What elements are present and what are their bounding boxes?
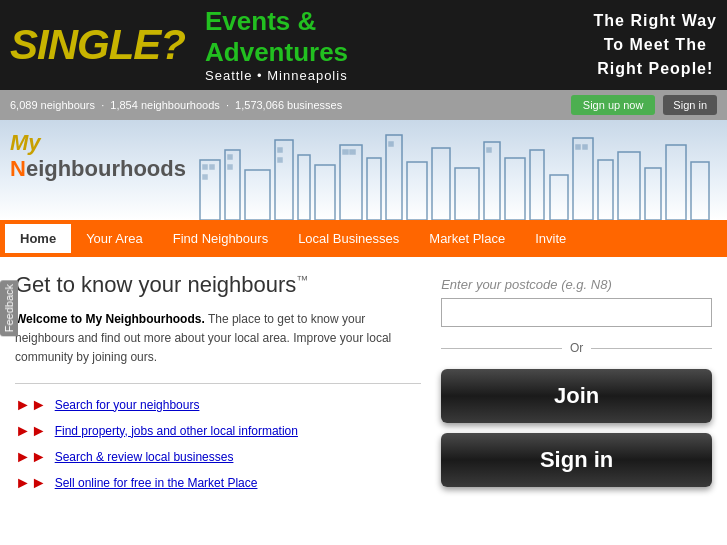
svg-rect-21 bbox=[691, 162, 709, 220]
neighbourhoods-label: neighbourhoods · bbox=[141, 99, 235, 111]
postcode-label-text: Enter your postcode bbox=[441, 277, 557, 292]
content-divider bbox=[15, 383, 421, 384]
ad-events-line1: Events & bbox=[205, 6, 348, 37]
svg-rect-28 bbox=[278, 158, 282, 162]
main-content: Get to know your neighbours™ Welcome to … bbox=[0, 257, 727, 515]
nav-item-invite[interactable]: Invite bbox=[520, 224, 581, 253]
signin-main-button[interactable]: Sign in bbox=[441, 433, 712, 487]
nav-bar: Home Your Area Find Neighbours Local Bus… bbox=[0, 220, 727, 257]
svg-rect-17 bbox=[598, 160, 613, 220]
svg-rect-16 bbox=[573, 138, 593, 220]
nav-home-button[interactable]: Home bbox=[5, 224, 71, 253]
neighbourhoods-count: 1,854 bbox=[110, 99, 138, 111]
svg-rect-32 bbox=[487, 148, 491, 152]
link-search-neighbours[interactable]: Search for your neighbours bbox=[55, 398, 200, 412]
svg-rect-13 bbox=[505, 158, 525, 220]
postcode-label: Enter your postcode (e.g. N8) bbox=[441, 277, 712, 292]
postcode-example: (e.g. N8) bbox=[561, 277, 612, 292]
left-column: Get to know your neighbours™ Welcome to … bbox=[15, 272, 421, 500]
link-market-place[interactable]: Sell online for free in the Market Place bbox=[55, 476, 258, 490]
svg-rect-5 bbox=[315, 165, 335, 220]
businesses-count: 1,573,066 bbox=[235, 99, 284, 111]
skyline-area: My Neighbourhoods bbox=[0, 120, 727, 220]
postcode-input[interactable] bbox=[441, 298, 712, 327]
svg-rect-9 bbox=[407, 162, 427, 220]
nav-item-local-businesses[interactable]: Local Businesses bbox=[283, 224, 414, 253]
ad-banner: SINGLE? Events & Adventures Seattle • Mi… bbox=[0, 0, 727, 90]
ad-single-text: SINGLE? bbox=[10, 21, 185, 69]
svg-rect-11 bbox=[455, 168, 479, 220]
signin-top-button[interactable]: Sign in bbox=[663, 95, 717, 115]
ad-events-line2: Adventures bbox=[205, 37, 348, 68]
feature-links: ►► Search for your neighbours ►► Find pr… bbox=[15, 396, 421, 492]
svg-rect-25 bbox=[228, 155, 232, 159]
or-label: Or bbox=[570, 341, 583, 355]
arrow-icon: ►► bbox=[15, 474, 47, 492]
stats-bar: 6,089 neighbours · 1,854 neighbourhoods … bbox=[0, 90, 727, 120]
arrow-icon: ►► bbox=[15, 396, 47, 414]
right-column: Enter your postcode (e.g. N8) Or Join Si… bbox=[441, 272, 712, 500]
list-item: ►► Sell online for free in the Market Pl… bbox=[15, 474, 421, 492]
svg-rect-12 bbox=[484, 142, 500, 220]
svg-rect-6 bbox=[340, 145, 362, 220]
svg-rect-23 bbox=[210, 165, 214, 169]
svg-rect-7 bbox=[367, 158, 381, 220]
svg-rect-15 bbox=[550, 175, 568, 220]
svg-rect-14 bbox=[530, 150, 544, 220]
page-title-text: Get to know your neighbours bbox=[15, 272, 296, 297]
svg-rect-27 bbox=[278, 148, 282, 152]
arrow-icon: ►► bbox=[15, 448, 47, 466]
svg-rect-34 bbox=[583, 145, 587, 149]
svg-rect-31 bbox=[389, 142, 393, 146]
nav-item-your-area[interactable]: Your Area bbox=[71, 224, 158, 253]
nav-item-find-neighbours[interactable]: Find Neighbours bbox=[158, 224, 283, 253]
page-title: Get to know your neighbours™ bbox=[15, 272, 421, 298]
svg-rect-4 bbox=[298, 155, 310, 220]
svg-rect-29 bbox=[343, 150, 348, 154]
list-item: ►► Find property, jobs and other local i… bbox=[15, 422, 421, 440]
nav-item-market-place[interactable]: Market Place bbox=[414, 224, 520, 253]
signup-button[interactable]: Sign up now bbox=[571, 95, 656, 115]
ad-events-line3: Seattle • Minneapolis bbox=[205, 68, 348, 84]
or-divider: Or bbox=[441, 341, 712, 355]
ad-right-text: The Right WayTo Meet TheRight People! bbox=[593, 9, 717, 81]
ad-events-block: Events & Adventures Seattle • Minneapoli… bbox=[205, 6, 348, 84]
feedback-tab[interactable]: Feedback bbox=[0, 280, 18, 336]
svg-rect-1 bbox=[225, 150, 240, 220]
svg-rect-10 bbox=[432, 148, 450, 220]
svg-rect-8 bbox=[386, 135, 402, 220]
list-item: ►► Search for your neighbours bbox=[15, 396, 421, 414]
arrow-icon: ►► bbox=[15, 422, 47, 440]
feedback-label: Feedback bbox=[3, 284, 15, 332]
join-button[interactable]: Join bbox=[441, 369, 712, 423]
link-property-jobs[interactable]: Find property, jobs and other local info… bbox=[55, 424, 298, 438]
svg-rect-20 bbox=[666, 145, 686, 220]
stats-text: 6,089 neighbours · 1,854 neighbourhoods … bbox=[10, 99, 571, 111]
link-local-businesses[interactable]: Search & review local businesses bbox=[55, 450, 234, 464]
neighbours-count: 6,089 bbox=[10, 99, 38, 111]
list-item: ►► Search & review local businesses bbox=[15, 448, 421, 466]
welcome-bold: Welcome to My Neighbourhoods. bbox=[15, 312, 205, 326]
svg-rect-18 bbox=[618, 152, 640, 220]
welcome-paragraph: Welcome to My Neighbourhoods. The place … bbox=[15, 310, 421, 368]
svg-rect-26 bbox=[228, 165, 232, 169]
neighbours-label: neighbours · bbox=[41, 99, 111, 111]
svg-rect-33 bbox=[576, 145, 580, 149]
skyline-graphic bbox=[0, 120, 727, 220]
businesses-label: businesses bbox=[287, 99, 342, 111]
svg-rect-22 bbox=[203, 165, 207, 169]
svg-rect-30 bbox=[350, 150, 355, 154]
svg-rect-2 bbox=[245, 170, 270, 220]
trademark-symbol: ™ bbox=[296, 273, 308, 287]
svg-rect-19 bbox=[645, 168, 661, 220]
svg-rect-24 bbox=[203, 175, 207, 179]
